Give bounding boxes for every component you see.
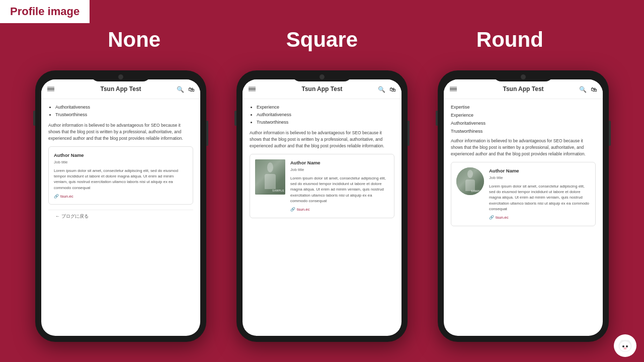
column-labels: None Square Round — [0, 28, 644, 52]
app-title-square: Tsun App Test — [301, 85, 342, 93]
mascot-shape — [614, 334, 636, 357]
author-link-none[interactable]: 🔗 tsun.ec — [54, 194, 188, 200]
search-icon-none[interactable] — [177, 84, 184, 94]
app-header-none: Tsun App Test — [41, 79, 200, 99]
list-item-authoritativeness: Authoritativeness — [451, 120, 596, 127]
bullet-item-none-1: Trustworthiness — [55, 112, 193, 118]
search-icon-square[interactable] — [378, 84, 385, 94]
author-image-round — [456, 167, 484, 195]
author-card-round: Author Name Job title Lorem ipsum dolor … — [451, 162, 596, 226]
link-text-round: tsun.ec — [496, 215, 509, 221]
author-bio-none: Lorem ipsum dolor sit amet, consectetur … — [54, 168, 188, 191]
link-icon-square: 🔗 — [290, 207, 295, 213]
column-label-square: Square — [228, 28, 416, 52]
author-link-square[interactable]: 🔗 tsun.ec — [290, 207, 389, 213]
author-link-round[interactable]: 🔗 tsun.ec — [489, 215, 590, 221]
bullet-item-square-1: Authoritativeness — [257, 112, 394, 118]
cart-icon-none[interactable] — [188, 84, 194, 94]
author-bio-round: Lorem ipsum dolor sit amet, consectetur … — [489, 184, 590, 212]
job-title-none: Job title — [54, 159, 188, 165]
person-silhouette-round — [462, 170, 478, 194]
hamburger-icon-none[interactable] — [47, 87, 54, 92]
person-body-square — [265, 174, 276, 189]
list-item-trustworthiness: Trustworthiness — [451, 128, 596, 135]
hamburger-icon-square[interactable] — [249, 87, 256, 92]
bullet-item-square-0: Experience — [257, 104, 394, 111]
search-icon-round[interactable] — [579, 84, 587, 94]
person-silhouette-square — [261, 162, 279, 193]
header-badge-text: Profile image — [10, 5, 79, 18]
header-icons-right-round — [579, 84, 597, 94]
link-icon-none: 🔗 — [54, 194, 59, 200]
sample-image-round — [456, 167, 484, 195]
screen-content-square: Experience Authoritativeness Trustworthi… — [243, 99, 401, 335]
job-title-round: Job title — [489, 175, 590, 181]
mascot-icon — [616, 337, 634, 354]
header-badge: Profile image — [0, 0, 90, 23]
cart-icon-square[interactable] — [389, 84, 395, 94]
column-label-round: Round — [416, 28, 604, 52]
back-nav-none[interactable]: ← ブログに戻る — [48, 210, 193, 223]
link-text-none: tsun.ec — [60, 194, 73, 200]
person-head-round — [467, 170, 473, 178]
author-name-round: Author Name — [489, 167, 590, 174]
phone-screen-square: Tsun App Test Experience Authoritativene… — [243, 79, 401, 336]
phones-container: Tsun App Test Authoritativeness Trustwor… — [20, 70, 624, 352]
phone-notch-round — [493, 70, 553, 81]
hamburger-icon-round[interactable] — [450, 87, 457, 92]
app-title-none: Tsun App Test — [100, 85, 141, 93]
phone-screen-none: Tsun App Test Authoritativeness Trustwor… — [41, 79, 200, 336]
bullet-item-square-2: Trustworthiness — [257, 119, 394, 126]
phone-round: Tsun App Test Expertise Experience Autho… — [438, 70, 609, 342]
body-text-none: Author information is believed to be adv… — [48, 122, 193, 141]
list-item-expertise: Expertise — [451, 104, 596, 111]
author-name-square: Author Name — [290, 159, 389, 166]
body-text-square: Author information is believed to be adv… — [250, 130, 394, 149]
author-image-square — [255, 159, 285, 195]
author-info-round: Author Name Job title Lorem ipsum dolor … — [489, 167, 590, 220]
author-card-square: Author Name Job title Lorem ipsum dolor … — [250, 154, 394, 218]
phone-none: Tsun App Test Authoritativeness Trustwor… — [35, 70, 206, 342]
phone-square: Tsun App Test Experience Authoritativene… — [236, 70, 408, 342]
list-item-experience: Experience — [451, 112, 596, 119]
header-icons-right-square — [378, 84, 395, 94]
svg-point-5 — [626, 345, 628, 347]
phone-screen-round: Tsun App Test Expertise Experience Autho… — [444, 79, 603, 336]
mascot — [614, 334, 636, 357]
author-name-none: Author Name — [54, 152, 188, 159]
screen-content-none: Authoritativeness Trustworthiness Author… — [41, 99, 200, 335]
phone-notch-none — [91, 70, 151, 81]
header-icons-right-none — [177, 84, 194, 94]
svg-point-4 — [622, 345, 624, 347]
author-card-inner-square: Author Name Job title Lorem ipsum dolor … — [255, 159, 389, 212]
person-body-round — [465, 179, 475, 191]
svg-point-6 — [624, 347, 627, 349]
link-icon-round: 🔗 — [489, 215, 494, 221]
bullet-list-none: Authoritativeness Trustworthiness — [48, 104, 193, 118]
screen-content-round: Expertise Experience Authoritativeness T… — [444, 99, 603, 335]
app-title-round: Tsun App Test — [503, 85, 543, 93]
app-header-round: Tsun App Test — [444, 79, 603, 99]
link-text-square: tsun.ec — [297, 207, 310, 213]
phone-notch-square — [292, 70, 352, 81]
author-info-square: Author Name Job title Lorem ipsum dolor … — [290, 159, 389, 212]
column-label-none: None — [40, 28, 228, 52]
body-text-round: Author information is believed to be adv… — [451, 138, 596, 157]
author-card-none: Author Name Job title Lorem ipsum dolor … — [48, 146, 193, 205]
bullet-list-square: Experience Authoritativeness Trustworthi… — [250, 104, 394, 126]
author-bio-square: Lorem ipsum dolor sit amet, consectetur … — [290, 175, 389, 204]
sample-image-square — [255, 159, 285, 195]
author-card-inner-round: Author Name Job title Lorem ipsum dolor … — [456, 167, 590, 220]
app-header-square: Tsun App Test — [243, 79, 401, 99]
person-head-square — [267, 162, 274, 173]
bullet-item-none-0: Authoritativeness — [55, 104, 193, 111]
job-title-square: Job title — [290, 167, 389, 173]
cart-icon-round[interactable] — [591, 84, 597, 94]
svg-point-3 — [620, 341, 631, 351]
